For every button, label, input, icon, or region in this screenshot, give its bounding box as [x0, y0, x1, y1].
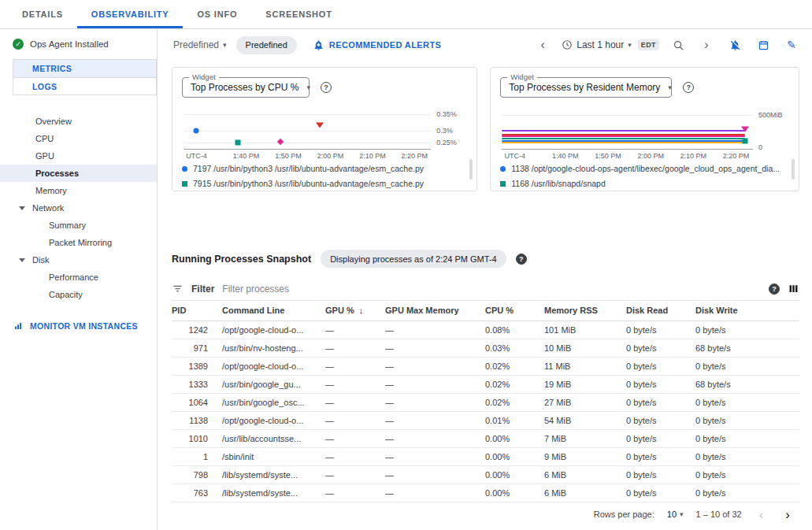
process-row[interactable]: 1389 /opt/google-cloud-o... — — 0.02% 11… [172, 357, 799, 375]
cell-gpu: — [325, 484, 385, 502]
column-picker-icon[interactable] [788, 283, 799, 295]
chart-legend: 1138 /opt/google-cloud-ops-agent/libexec… [500, 164, 789, 188]
sidebar-nav-item[interactable]: Packet Mirroring [0, 234, 157, 251]
time-forward-button[interactable]: › [697, 35, 716, 54]
rows-per-page-label: Rows per page: [594, 510, 654, 519]
col-header-pid[interactable]: PID [172, 301, 222, 321]
sidebar-nav-item[interactable]: Summary [0, 217, 157, 234]
cell-pid: 971 [172, 339, 222, 357]
legend-item[interactable]: 7197 /usr/bin/python3 /usr/lib/ubuntu-ad… [182, 164, 458, 173]
filter-input[interactable] [222, 284, 761, 295]
help-icon[interactable]: ? [683, 82, 694, 93]
cell-disk-read: 0 byte/s [626, 411, 695, 429]
cell-command-line: /sbin/init [222, 447, 325, 465]
previous-page-button[interactable]: ‹ [755, 508, 769, 521]
time-range-label: Last 1 hour [577, 39, 624, 50]
cell-command-line: /lib/systemd/syste... [222, 465, 325, 484]
widgets-row: Widget Top Processes by CPU % ▾ ? 0.35%0… [158, 56, 812, 191]
legend-scrollbar[interactable] [792, 159, 795, 180]
sidebar-nav-item[interactable]: Capacity [0, 286, 157, 303]
process-table: PID Command Line GPU %↓ GPU Max Memory C… [172, 301, 799, 502]
cell-cpu: 0.02% [485, 357, 544, 375]
legend-scrollbar[interactable] [469, 159, 473, 180]
process-row[interactable]: 763 /lib/systemd/syste... — — 0.00% 6 Mi… [172, 484, 799, 502]
cell-gpu: — [325, 429, 385, 447]
sidebar-nav-item[interactable]: Processes [0, 165, 157, 182]
monitor-vm-instances-link[interactable]: MONITOR VM INSTANCES [0, 316, 157, 336]
col-header-disk-read[interactable]: Disk Read [626, 301, 695, 321]
widget-select-value: Top Processes by CPU % [191, 82, 298, 93]
widget-type-select[interactable]: Widget Top Processes by CPU % ▾ [182, 77, 310, 98]
cell-disk-write: 0 byte/s [695, 465, 799, 484]
tab-details[interactable]: DETAILS [8, 0, 77, 28]
widget-type-select[interactable]: Widget Top Processes by Resident Memory … [500, 77, 672, 98]
process-row[interactable]: 798 /lib/systemd/syste... — — 0.00% 6 Mi… [172, 465, 799, 484]
filter-label: Filter [191, 284, 214, 295]
nav-item-label: Network [32, 203, 64, 213]
timezone-badge[interactable]: EDT [638, 39, 659, 50]
chevron-down-icon: ▾ [628, 41, 632, 49]
page-range-label: 1 – 10 of 32 [696, 510, 742, 519]
col-header-gpu[interactable]: GPU %↓ [325, 301, 385, 321]
check-circle-icon: ✓ [13, 39, 24, 50]
sidebar-nav-item[interactable]: Overview [0, 113, 157, 130]
help-icon[interactable]: ? [321, 82, 332, 93]
process-row[interactable]: 1 /sbin/init — — 0.00% 9 MiB 0 byte/s 0 … [172, 447, 799, 465]
tab-screenshot[interactable]: SCREENSHOT [251, 0, 346, 28]
col-header-command-line[interactable]: Command Line [222, 301, 325, 321]
sidebar-nav-item[interactable]: Network [0, 199, 157, 217]
predefined-chip[interactable]: Predefined [236, 36, 297, 54]
cell-disk-read: 0 byte/s [626, 357, 695, 375]
process-row[interactable]: 971 /usr/bin/nv-hosteng... — — 0.03% 10 … [172, 339, 799, 357]
legend-item[interactable]: 7915 /usr/bin/python3 /usr/lib/ubuntu-ad… [182, 179, 458, 188]
tab-os-info[interactable]: OS INFO [183, 0, 251, 28]
toolbar: Predefined ▾ Predefined RECOMMENDED ALER… [158, 29, 812, 56]
help-icon[interactable]: ? [769, 284, 780, 295]
legend-item[interactable]: 1138 /opt/google-cloud-ops-agent/libexec… [500, 164, 780, 173]
col-header-cpu[interactable]: CPU % [485, 301, 544, 321]
sort-desc-icon[interactable]: ↓ [359, 306, 364, 315]
snapshot-time-chip: Displaying processes as of 2:24 PM GMT-4 [321, 250, 506, 268]
recommended-alerts-button[interactable]: RECOMMENDED ALERTS [313, 39, 441, 51]
edit-icon[interactable]: ✎ [782, 35, 801, 54]
alerting-off-icon[interactable] [725, 35, 744, 54]
col-header-memory-rss[interactable]: Memory RSS [544, 301, 626, 321]
sidebar-nav-item[interactable]: Performance [0, 269, 157, 286]
chevron-down-icon: ▾ [223, 41, 227, 49]
tab-observability[interactable]: OBSERVABILITY [77, 0, 184, 28]
logs-button[interactable]: LOGS [13, 77, 156, 95]
sidebar-nav-item[interactable]: Memory [0, 182, 157, 199]
time-back-button[interactable]: ‹ [533, 35, 552, 54]
process-row[interactable]: 1333 /usr/bin/google_gu... — — 0.02% 19 … [172, 375, 799, 393]
col-header-disk-write[interactable]: Disk Write [695, 301, 799, 321]
cell-cpu: 0.00% [485, 429, 544, 447]
cell-disk-write: 0 byte/s [695, 447, 799, 465]
sidebar-nav-item[interactable]: CPU [0, 130, 157, 147]
insights-icon [13, 321, 24, 332]
time-range-selector[interactable]: Last 1 hour ▾ EDT [562, 39, 659, 50]
search-icon[interactable] [669, 35, 688, 54]
process-row[interactable]: 1010 /usr/lib/accountsse... — — 0.00% 7 … [172, 429, 799, 447]
calendar-icon[interactable] [754, 35, 773, 54]
predefined-dropdown[interactable]: Predefined ▾ [173, 39, 227, 50]
process-row[interactable]: 1138 /opt/google-cloud-o... — — 0.01% 54… [172, 411, 799, 429]
cell-gpu-max-memory: — [385, 465, 485, 484]
rows-per-page-select[interactable]: 10 ▾ [667, 510, 684, 519]
cell-memory-rss: 27 MiB [544, 393, 626, 411]
metrics-button[interactable]: METRICS [13, 60, 156, 77]
sidebar-nav-item[interactable]: Disk [0, 251, 157, 269]
col-header-gpu-max-memory[interactable]: GPU Max Memory [385, 301, 485, 321]
cell-disk-write: 68 byte/s [695, 375, 799, 393]
process-row[interactable]: 1064 /usr/bin/google_osc... — — 0.02% 27… [172, 393, 799, 411]
sidebar-nav-item[interactable]: GPU [0, 147, 157, 165]
legend-item[interactable]: 1168 /usr/lib/snapd/snapd [500, 179, 780, 188]
help-icon[interactable]: ? [516, 254, 527, 265]
cell-disk-read: 0 byte/s [626, 447, 695, 465]
next-page-button[interactable]: › [780, 508, 795, 521]
cell-memory-rss: 19 MiB [544, 375, 626, 393]
expand-arrow-icon [19, 258, 25, 262]
process-row[interactable]: 1242 /opt/google-cloud-o... — — 0.08% 10… [172, 321, 799, 339]
section-title: Running Processes Snapshot [172, 254, 311, 265]
cell-gpu: — [325, 393, 385, 411]
cell-disk-read: 0 byte/s [626, 429, 695, 447]
